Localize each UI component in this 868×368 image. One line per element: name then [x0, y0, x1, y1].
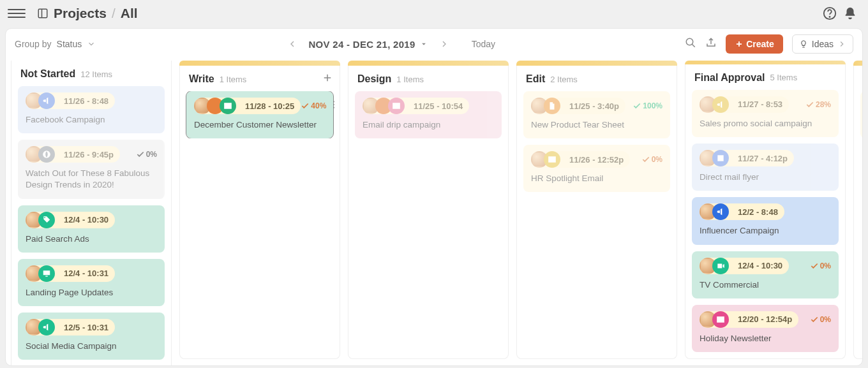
card-date: 11/25 - 3:40p — [569, 101, 619, 111]
card-date: 11/25 - 10:54 — [414, 101, 463, 111]
svg-point-6 — [333, 101, 334, 102]
card[interactable]: 11/26 - 8:48 Facebook Campaign — [18, 86, 165, 133]
column-count: 2 Items — [550, 75, 578, 84]
card-title: Landing Page Updates — [26, 287, 157, 298]
card-date: 11/28 - 10:25 — [245, 101, 294, 111]
card[interactable]: 11/25 - 3:40p 100% New Product Tear Shee… — [523, 91, 670, 138]
card-title: Direct mail flyer — [700, 172, 831, 183]
search-button[interactable] — [685, 37, 696, 51]
tag-icon — [38, 212, 55, 228]
card-title: Social Media Campaign — [26, 341, 157, 352]
card-date: 11/26 - 12:52p — [569, 155, 624, 165]
column-accent — [853, 61, 862, 66]
lightbulb-icon — [799, 40, 808, 48]
check-icon — [301, 101, 310, 110]
card-title: December Customer Newsletter — [194, 119, 326, 131]
card[interactable]: 11/25 - 10:54 Email drip campaign — [355, 91, 502, 138]
chevron-down-icon — [87, 40, 96, 48]
check-icon — [632, 101, 641, 110]
card-date: 11/26 - 8:48 — [64, 96, 108, 106]
card-pill: 11/28 - 10:25 — [194, 98, 301, 114]
ideas-label: Ideas — [812, 39, 834, 49]
date-range-selector[interactable]: NOV 24 - DEC 21, 2019 — [308, 39, 428, 50]
next-range-button[interactable] — [437, 37, 451, 51]
column-design: Design 1 Items 11/25 - 10:54 Email drip … — [348, 61, 509, 359]
check-icon — [641, 155, 650, 164]
create-button[interactable]: Create — [726, 34, 783, 54]
column-final-approval: Final Approval 5 Items 11/27 - 8:53 28% … — [685, 61, 846, 359]
card[interactable]: 11/27 - 8:53 28% Sales promo social camp… — [692, 90, 839, 137]
column-not-started: Not Started 12 Items 11/26 - 8:48 Facebo… — [11, 61, 172, 359]
card-pill: 11/25 - 10:54 — [363, 98, 469, 114]
card[interactable]: 11/27 - 4:12p Direct mail flyer — [692, 144, 839, 191]
card-title: TV Commercial — [700, 279, 831, 291]
card-title: Paid Search Ads — [26, 233, 157, 245]
card-pill: 12/2 - 8:48 — [700, 203, 784, 220]
video-icon — [712, 258, 729, 274]
mail-icon — [220, 98, 236, 114]
column-header: Edit 2 Items — [517, 66, 677, 91]
monitor-icon — [38, 265, 55, 282]
card-progress: 0% — [641, 155, 662, 164]
ideas-button[interactable]: Ideas — [792, 34, 853, 54]
share-button[interactable] — [705, 37, 717, 51]
card-progress: 0% — [810, 315, 831, 324]
chevron-right-icon — [837, 40, 846, 48]
notifications-button[interactable] — [840, 3, 860, 24]
group-by-selector[interactable]: Group by Status — [15, 39, 96, 49]
card-progress: 100% — [632, 101, 662, 110]
globe-icon — [38, 146, 55, 163]
card[interactable]: 12/5 - 10:31 Social Media Campaign — [18, 313, 165, 360]
card[interactable]: 12/4 - 10:30 Paid Search Ads — [18, 205, 165, 253]
card-title: Watch Out for These 8 Fabulous Design Tr… — [26, 168, 157, 191]
svg-point-7 — [333, 104, 334, 105]
card[interactable]: 11/28 - 10:25 40% December Customer News… — [186, 91, 333, 138]
add-card-button[interactable] — [322, 72, 333, 86]
breadcrumb-root[interactable]: Projects — [54, 6, 107, 21]
prev-range-button[interactable] — [285, 37, 299, 51]
card[interactable]: H — [860, 91, 862, 138]
card[interactable]: 11/26 - 12:52p 0% HR Spotlight Email — [523, 145, 670, 192]
check-icon — [136, 150, 145, 159]
breadcrumb-current[interactable]: All — [121, 6, 138, 21]
plus-icon — [735, 40, 744, 48]
svg-rect-0 — [38, 9, 47, 18]
today-button[interactable]: Today — [472, 39, 495, 49]
help-button[interactable] — [819, 3, 840, 24]
card-date: 12/2 - 8:48 — [738, 207, 778, 217]
card[interactable]: 11/26 - 9:45p 0% Watch Out for These 8 F… — [18, 140, 165, 198]
card-title: Facebook Campaign — [26, 114, 157, 126]
card-title: Sales promo social campaign — [700, 118, 831, 129]
square-icon — [712, 150, 729, 166]
card[interactable]: 12/4 - 10:30 0% TV Commercial — [692, 251, 839, 298]
card-date: 11/26 - 9:45p — [64, 150, 114, 159]
column-title: Write — [189, 73, 214, 85]
column-header: Pu — [854, 66, 862, 91]
card-progress: 0% — [136, 150, 157, 159]
column-title: Edit — [526, 73, 545, 85]
card[interactable]: 12/2 - 8:48 Influencer Campaign — [692, 197, 839, 244]
svg-point-8 — [333, 107, 334, 108]
mail-icon — [544, 151, 560, 168]
card[interactable]: 12/20 - 12:54p 0% Holiday Newsletter — [692, 305, 839, 352]
card[interactable]: 12/4 - 10:31 Landing Page Updates — [18, 259, 165, 306]
card-progress: 40% — [301, 101, 326, 110]
breadcrumb: Projects / All — [54, 6, 138, 21]
bullhorn-icon — [38, 319, 55, 335]
card-date: 12/4 - 10:30 — [738, 261, 782, 270]
column-title: Not Started — [20, 68, 75, 80]
caret-down-icon — [419, 40, 428, 48]
check-icon — [810, 315, 819, 324]
card-title: HR Spotlight Email — [531, 173, 662, 184]
card-pill: 12/4 - 10:30 — [700, 258, 789, 274]
card-progress: 0% — [810, 261, 831, 270]
menu-button[interactable] — [8, 4, 26, 22]
card-pill: 11/27 - 4:12p — [700, 150, 794, 166]
column-pu: Pu H — [853, 61, 862, 359]
card-title: Influencer Campaign — [700, 225, 831, 237]
column-write: Write 1 Items 11/28 - 10:25 40% December… — [179, 61, 340, 359]
card-pill: 12/20 - 12:54p — [700, 311, 798, 328]
column-header: Not Started 12 Items — [11, 61, 171, 86]
card-date: 12/5 - 10:31 — [64, 323, 108, 332]
card-menu-button[interactable] — [326, 99, 339, 112]
